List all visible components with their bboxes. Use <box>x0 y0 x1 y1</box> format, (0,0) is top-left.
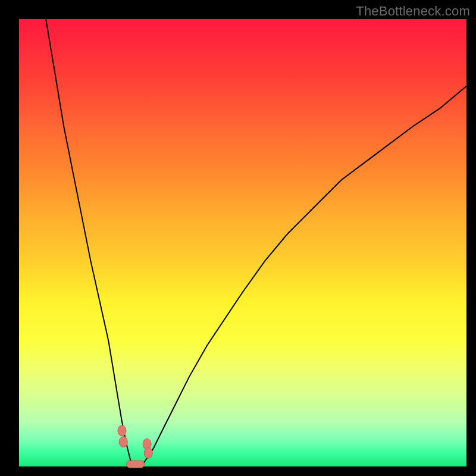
curve-marker <box>119 437 127 447</box>
curve-marker <box>118 425 126 436</box>
curve-marker <box>144 447 152 458</box>
marker-group <box>118 425 152 468</box>
chart-frame: TheBottleneck.com <box>0 0 476 476</box>
curve-svg <box>19 19 466 466</box>
bottleneck-curve <box>46 19 466 466</box>
curve-bottom-bar <box>127 461 145 468</box>
watermark-text: TheBottleneck.com <box>356 4 470 19</box>
plot-area <box>19 19 466 466</box>
